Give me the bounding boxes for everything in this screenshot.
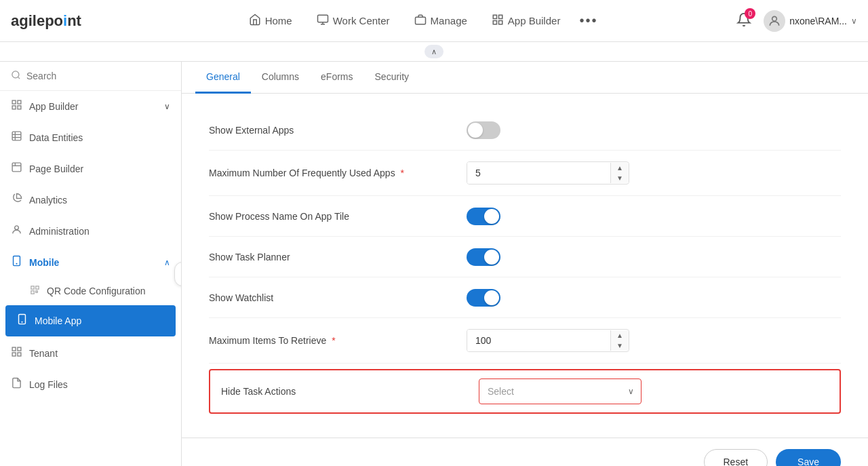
sidebar-item-tenant-label: Tenant: [29, 348, 58, 359]
max-apps-required: *: [401, 168, 404, 178]
nav-workcenter[interactable]: Work Center: [306, 8, 401, 33]
sidebar-item-logfiles[interactable]: Log Files: [0, 369, 181, 400]
app-body: App Builder ∨ Data Entities Page Builder…: [0, 62, 868, 466]
reset-button[interactable]: Reset: [704, 449, 768, 466]
task-planner-toggle[interactable]: [467, 248, 500, 266]
sidebar-collapse-icon: ‹: [181, 269, 182, 279]
sidebar-item-analytics[interactable]: Analytics: [0, 185, 181, 216]
watchlist-toggle[interactable]: [467, 289, 500, 307]
sidebar-item-qrcode[interactable]: QR Code Configuration: [0, 278, 181, 304]
toggle-thumb-planner: [484, 250, 499, 265]
watchlist-control: [467, 289, 841, 307]
sidebar-item-administration[interactable]: Administration: [0, 216, 181, 247]
hide-task-actions-label: Hide Task Actions: [221, 386, 479, 397]
svg-rect-25: [31, 286, 34, 289]
svg-line-10: [18, 77, 20, 79]
form-row-hide-task-actions: Hide Task Actions Select ∨: [209, 369, 841, 414]
monitor-icon: [317, 14, 329, 28]
tab-columns[interactable]: Columns: [251, 62, 310, 94]
sidebar-item-mobile-label: Mobile: [29, 257, 59, 268]
sidebar-item-mobileapp[interactable]: Mobile App: [5, 305, 176, 336]
form-row-max-items: Maximum Items To Retrieve * ▲ ▼: [209, 318, 841, 364]
sidebar-item-qrcode-label: QR Code Configuration: [47, 286, 146, 296]
toggle-thumb-external: [468, 123, 483, 138]
max-items-increment[interactable]: ▲: [611, 330, 629, 341]
appbuilder-icon: [492, 14, 504, 28]
collapse-arrow-icon: ∧: [425, 45, 443, 58]
collapse-bar[interactable]: ∧: [0, 42, 868, 62]
sidebar-item-pagebuilder[interactable]: Page Builder: [0, 153, 181, 185]
svg-rect-28: [36, 291, 38, 293]
max-items-input[interactable]: [467, 330, 610, 351]
show-process-name-toggle[interactable]: [467, 208, 500, 225]
logo-text: agilepoint: [11, 12, 81, 30]
sidebar-item-pagebuilder-label: Page Builder: [29, 163, 83, 174]
show-process-name-control: [467, 208, 841, 225]
max-items-control: ▲ ▼: [467, 329, 841, 352]
max-apps-arrows: ▲ ▼: [610, 163, 629, 183]
sidebar-item-appbuilder[interactable]: App Builder ∨: [0, 91, 181, 122]
sidebar-item-appbuilder-label: App Builder: [29, 101, 78, 112]
sidebar-collapse-button[interactable]: ‹: [174, 262, 182, 286]
svg-point-8: [772, 16, 777, 21]
max-apps-decrement[interactable]: ▼: [611, 173, 629, 183]
nav-more-button[interactable]: •••: [574, 7, 603, 34]
mobile-icon: [11, 255, 22, 270]
max-apps-increment[interactable]: ▲: [611, 163, 629, 173]
logo: agilepoint: [11, 12, 81, 30]
svg-rect-7: [498, 21, 502, 24]
tab-security[interactable]: Security: [364, 62, 420, 94]
hide-task-actions-select[interactable]: Select ∨: [479, 378, 642, 404]
nav-home[interactable]: Home: [238, 8, 303, 33]
notification-button[interactable]: 0: [732, 8, 755, 33]
main-content: General Columns eForms Security Show Ext…: [182, 62, 868, 466]
show-process-name-label: Show Process Name On App Tile: [209, 211, 467, 222]
sidebar-item-dataentities-label: Data Entities: [29, 132, 83, 143]
max-items-decrement[interactable]: ▼: [611, 341, 629, 351]
svg-point-22: [15, 226, 19, 230]
logfiles-icon: [11, 377, 22, 392]
svg-rect-34: [18, 353, 21, 356]
form-footer: Reset Save: [182, 438, 868, 466]
svg-rect-4: [493, 15, 496, 18]
mobile-expand-icon: ∧: [164, 258, 170, 267]
form-row-show-process-name: Show Process Name On App Tile: [209, 196, 841, 237]
home-icon: [249, 14, 261, 28]
sidebar-item-tenant[interactable]: Tenant: [0, 338, 181, 369]
svg-rect-19: [12, 163, 21, 172]
tab-eforms[interactable]: eForms: [310, 62, 363, 94]
nav-appbuilder[interactable]: App Builder: [481, 8, 572, 33]
save-button[interactable]: Save: [776, 449, 841, 466]
max-items-input-wrap: ▲ ▼: [467, 329, 629, 352]
top-nav: agilepoint Home Work Center Manage Ap: [0, 0, 868, 42]
form-row-show-external-apps: Show External Apps: [209, 110, 841, 151]
nav-items: Home Work Center Manage App Builder •••: [108, 7, 732, 34]
avatar: [764, 10, 785, 32]
form-row-watchlist: Show Watchlist: [209, 277, 841, 318]
search-bar: [0, 62, 181, 91]
show-external-apps-label: Show External Apps: [209, 125, 467, 136]
briefcase-icon: [414, 14, 427, 28]
user-area[interactable]: nxone\RAM... ∨: [764, 10, 857, 32]
sidebar-item-dataentities[interactable]: Data Entities: [0, 122, 181, 153]
analytics-icon: [11, 193, 22, 208]
pagebuilder-icon: [11, 161, 22, 176]
sidebar-item-mobile[interactable]: Mobile ∧: [0, 247, 181, 278]
appbuilder-expand-icon: ∨: [164, 102, 170, 111]
show-external-apps-control: [467, 121, 841, 139]
user-name: nxone\RAM...: [789, 16, 847, 26]
svg-rect-5: [498, 15, 502, 18]
svg-rect-27: [31, 291, 34, 294]
nav-manage[interactable]: Manage: [403, 8, 478, 33]
nav-right: 0 nxone\RAM... ∨: [732, 8, 857, 33]
max-items-label: Maximum Items To Retrieve *: [209, 335, 467, 346]
svg-point-9: [12, 71, 19, 78]
svg-rect-31: [12, 347, 16, 351]
tab-general[interactable]: General: [195, 62, 251, 94]
user-chevron-icon: ∨: [851, 16, 857, 26]
search-input[interactable]: [26, 71, 170, 81]
max-apps-input[interactable]: [467, 162, 610, 184]
task-planner-control: [467, 248, 841, 266]
max-items-arrows: ▲ ▼: [610, 330, 629, 351]
show-external-apps-toggle[interactable]: [467, 121, 500, 139]
